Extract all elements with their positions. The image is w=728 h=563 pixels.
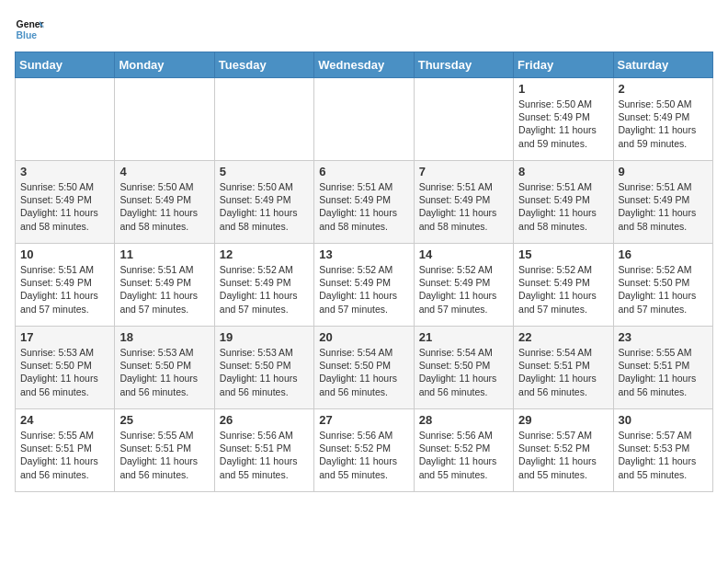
day-number: 10 bbox=[20, 247, 109, 261]
calendar-week-row: 17Sunrise: 5:53 AM Sunset: 5:50 PM Dayli… bbox=[16, 327, 713, 409]
day-header-saturday: Saturday bbox=[613, 52, 712, 78]
day-info: Sunrise: 5:52 AM Sunset: 5:49 PM Dayligh… bbox=[518, 263, 608, 316]
calendar-day-cell: 13Sunrise: 5:52 AM Sunset: 5:49 PM Dayli… bbox=[314, 244, 414, 327]
calendar-day-cell: 30Sunrise: 5:57 AM Sunset: 5:53 PM Dayli… bbox=[613, 409, 712, 492]
calendar-day-cell: 8Sunrise: 5:51 AM Sunset: 5:49 PM Daylig… bbox=[514, 161, 613, 244]
calendar-day-cell: 23Sunrise: 5:55 AM Sunset: 5:51 PM Dayli… bbox=[613, 327, 712, 409]
day-number: 21 bbox=[419, 330, 508, 344]
day-number: 5 bbox=[220, 165, 309, 178]
calendar-day-cell: 9Sunrise: 5:51 AM Sunset: 5:49 PM Daylig… bbox=[613, 161, 712, 244]
day-info: Sunrise: 5:50 AM Sunset: 5:49 PM Dayligh… bbox=[619, 98, 708, 150]
day-number: 15 bbox=[518, 247, 608, 261]
day-number: 6 bbox=[319, 165, 408, 178]
day-number: 12 bbox=[220, 247, 309, 261]
day-info: Sunrise: 5:51 AM Sunset: 5:49 PM Dayligh… bbox=[619, 180, 708, 233]
calendar-week-row: 3Sunrise: 5:50 AM Sunset: 5:49 PM Daylig… bbox=[16, 161, 713, 244]
calendar-day-cell: 7Sunrise: 5:51 AM Sunset: 5:49 PM Daylig… bbox=[414, 161, 513, 244]
day-number: 25 bbox=[119, 413, 209, 427]
day-info: Sunrise: 5:51 AM Sunset: 5:49 PM Dayligh… bbox=[518, 180, 608, 233]
calendar-week-row: 24Sunrise: 5:55 AM Sunset: 5:51 PM Dayli… bbox=[16, 409, 713, 492]
header: General Blue bbox=[15, 15, 713, 44]
day-info: Sunrise: 5:50 AM Sunset: 5:49 PM Dayligh… bbox=[119, 180, 209, 233]
day-header-monday: Monday bbox=[115, 52, 214, 78]
day-info: Sunrise: 5:50 AM Sunset: 5:49 PM Dayligh… bbox=[518, 98, 608, 150]
logo: General Blue bbox=[15, 15, 48, 44]
day-number: 2 bbox=[619, 82, 708, 96]
calendar-day-cell: 4Sunrise: 5:50 AM Sunset: 5:49 PM Daylig… bbox=[115, 161, 214, 244]
day-info: Sunrise: 5:53 AM Sunset: 5:50 PM Dayligh… bbox=[220, 346, 309, 398]
svg-text:Blue: Blue bbox=[17, 30, 38, 40]
calendar-day-cell: 16Sunrise: 5:52 AM Sunset: 5:50 PM Dayli… bbox=[613, 244, 712, 327]
day-info: Sunrise: 5:50 AM Sunset: 5:49 PM Dayligh… bbox=[220, 180, 309, 233]
day-number: 9 bbox=[619, 165, 708, 178]
calendar-day-cell: 25Sunrise: 5:55 AM Sunset: 5:51 PM Dayli… bbox=[115, 409, 214, 492]
day-number: 23 bbox=[619, 330, 708, 344]
day-number: 30 bbox=[619, 413, 708, 427]
calendar-day-cell: 18Sunrise: 5:53 AM Sunset: 5:50 PM Dayli… bbox=[115, 327, 214, 409]
calendar-week-row: 1Sunrise: 5:50 AM Sunset: 5:49 PM Daylig… bbox=[16, 78, 713, 161]
day-number: 27 bbox=[319, 413, 408, 427]
day-number: 4 bbox=[119, 165, 209, 178]
calendar-empty-cell bbox=[214, 78, 313, 161]
day-number: 14 bbox=[419, 247, 508, 261]
calendar-day-cell: 6Sunrise: 5:51 AM Sunset: 5:49 PM Daylig… bbox=[314, 161, 414, 244]
day-number: 19 bbox=[220, 330, 309, 344]
day-info: Sunrise: 5:55 AM Sunset: 5:51 PM Dayligh… bbox=[20, 429, 109, 481]
logo-icon: General Blue bbox=[15, 15, 44, 44]
day-number: 11 bbox=[119, 247, 209, 261]
day-header-tuesday: Tuesday bbox=[214, 52, 313, 78]
day-number: 16 bbox=[619, 247, 708, 261]
calendar-day-cell: 21Sunrise: 5:54 AM Sunset: 5:50 PM Dayli… bbox=[414, 327, 513, 409]
calendar-day-cell: 11Sunrise: 5:51 AM Sunset: 5:49 PM Dayli… bbox=[115, 244, 214, 327]
day-header-sunday: Sunday bbox=[16, 52, 115, 78]
day-header-friday: Friday bbox=[514, 52, 613, 78]
day-info: Sunrise: 5:57 AM Sunset: 5:52 PM Dayligh… bbox=[518, 429, 608, 481]
day-header-wednesday: Wednesday bbox=[314, 52, 414, 78]
calendar-day-cell: 1Sunrise: 5:50 AM Sunset: 5:49 PM Daylig… bbox=[514, 78, 613, 161]
calendar-empty-cell bbox=[115, 78, 214, 161]
day-info: Sunrise: 5:57 AM Sunset: 5:53 PM Dayligh… bbox=[619, 429, 708, 481]
day-number: 1 bbox=[518, 82, 608, 96]
day-info: Sunrise: 5:53 AM Sunset: 5:50 PM Dayligh… bbox=[119, 346, 209, 398]
calendar-empty-cell bbox=[314, 78, 414, 161]
day-number: 28 bbox=[419, 413, 508, 427]
calendar-empty-cell bbox=[414, 78, 513, 161]
calendar-day-cell: 19Sunrise: 5:53 AM Sunset: 5:50 PM Dayli… bbox=[214, 327, 313, 409]
day-info: Sunrise: 5:56 AM Sunset: 5:52 PM Dayligh… bbox=[419, 429, 508, 481]
day-info: Sunrise: 5:55 AM Sunset: 5:51 PM Dayligh… bbox=[119, 429, 209, 481]
calendar-header-row: SundayMondayTuesdayWednesdayThursdayFrid… bbox=[16, 52, 713, 78]
day-info: Sunrise: 5:53 AM Sunset: 5:50 PM Dayligh… bbox=[20, 346, 109, 398]
day-number: 13 bbox=[319, 247, 408, 261]
calendar-week-row: 10Sunrise: 5:51 AM Sunset: 5:49 PM Dayli… bbox=[16, 244, 713, 327]
day-number: 26 bbox=[220, 413, 309, 427]
calendar-day-cell: 5Sunrise: 5:50 AM Sunset: 5:49 PM Daylig… bbox=[214, 161, 313, 244]
calendar-day-cell: 14Sunrise: 5:52 AM Sunset: 5:49 PM Dayli… bbox=[414, 244, 513, 327]
day-info: Sunrise: 5:52 AM Sunset: 5:49 PM Dayligh… bbox=[319, 263, 408, 316]
day-number: 7 bbox=[419, 165, 508, 178]
day-info: Sunrise: 5:54 AM Sunset: 5:50 PM Dayligh… bbox=[419, 346, 508, 398]
day-info: Sunrise: 5:52 AM Sunset: 5:49 PM Dayligh… bbox=[419, 263, 508, 316]
day-number: 20 bbox=[319, 330, 408, 344]
calendar-empty-cell bbox=[16, 78, 115, 161]
calendar-day-cell: 27Sunrise: 5:56 AM Sunset: 5:52 PM Dayli… bbox=[314, 409, 414, 492]
day-number: 3 bbox=[20, 165, 109, 178]
calendar-day-cell: 29Sunrise: 5:57 AM Sunset: 5:52 PM Dayli… bbox=[514, 409, 613, 492]
calendar-day-cell: 20Sunrise: 5:54 AM Sunset: 5:50 PM Dayli… bbox=[314, 327, 414, 409]
day-info: Sunrise: 5:56 AM Sunset: 5:51 PM Dayligh… bbox=[220, 429, 309, 481]
day-info: Sunrise: 5:52 AM Sunset: 5:49 PM Dayligh… bbox=[220, 263, 309, 316]
day-number: 8 bbox=[518, 165, 608, 178]
day-number: 18 bbox=[119, 330, 209, 344]
day-info: Sunrise: 5:50 AM Sunset: 5:49 PM Dayligh… bbox=[20, 180, 109, 233]
calendar-day-cell: 22Sunrise: 5:54 AM Sunset: 5:51 PM Dayli… bbox=[514, 327, 613, 409]
day-info: Sunrise: 5:52 AM Sunset: 5:50 PM Dayligh… bbox=[619, 263, 708, 316]
day-info: Sunrise: 5:51 AM Sunset: 5:49 PM Dayligh… bbox=[20, 263, 109, 316]
day-info: Sunrise: 5:56 AM Sunset: 5:52 PM Dayligh… bbox=[319, 429, 408, 481]
day-header-thursday: Thursday bbox=[414, 52, 513, 78]
day-info: Sunrise: 5:51 AM Sunset: 5:49 PM Dayligh… bbox=[119, 263, 209, 316]
calendar-day-cell: 3Sunrise: 5:50 AM Sunset: 5:49 PM Daylig… bbox=[16, 161, 115, 244]
day-info: Sunrise: 5:54 AM Sunset: 5:50 PM Dayligh… bbox=[319, 346, 408, 398]
day-number: 24 bbox=[20, 413, 109, 427]
day-info: Sunrise: 5:51 AM Sunset: 5:49 PM Dayligh… bbox=[419, 180, 508, 233]
calendar-table: SundayMondayTuesdayWednesdayThursdayFrid… bbox=[15, 52, 713, 492]
calendar-day-cell: 28Sunrise: 5:56 AM Sunset: 5:52 PM Dayli… bbox=[414, 409, 513, 492]
